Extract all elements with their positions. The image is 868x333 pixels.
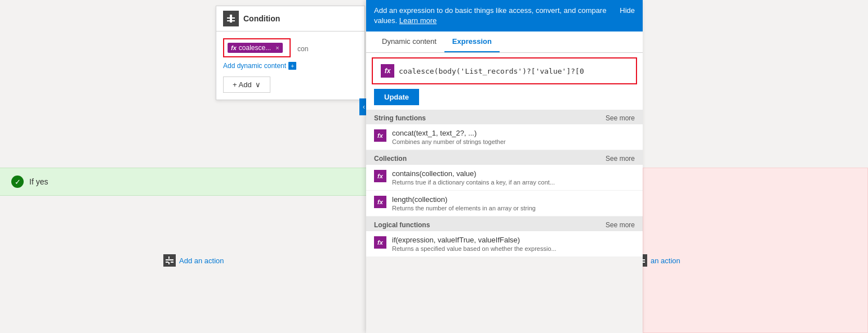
info-bar-text: Add an expression to do basic things lik… — [374, 6, 613, 26]
add-dynamic-label: Add dynamic content — [223, 62, 286, 70]
expression-pill: fx coalesce... × — [228, 43, 283, 53]
update-button[interactable]: Update — [374, 89, 419, 105]
see-more-link[interactable]: See more — [606, 221, 635, 229]
add-button-label: + Add — [233, 80, 252, 89]
svg-rect-3 — [232, 20, 235, 21]
function-fx-icon: fx — [374, 129, 386, 142]
con-label: con — [297, 45, 308, 53]
expression-input[interactable] — [399, 67, 628, 75]
canvas-area: Condition fx coalesce... × con Add dynam… — [0, 0, 366, 333]
condition-block: Condition fx coalesce... × con Add dynam… — [216, 6, 365, 100]
condition-block-icon — [223, 11, 239, 26]
add-action-label: Add an action — [179, 256, 224, 265]
if-yes-block: ✓ If yes — [0, 168, 366, 196]
tab-dynamic-content[interactable]: Dynamic content — [374, 32, 444, 52]
add-button-chevron: ∨ — [255, 80, 261, 89]
svg-rect-8 — [171, 262, 173, 263]
fx-label-icon: fx — [381, 64, 394, 78]
function-desc: Returns a specified value based on wheth… — [392, 245, 557, 252]
add-dynamic-link[interactable]: Add dynamic content + — [223, 62, 358, 70]
section-title: Logical functions — [374, 221, 430, 229]
function-name: if(expression, valueIfTrue, valueIfFalse… — [392, 236, 557, 244]
see-more-link[interactable]: See more — [606, 114, 635, 122]
function-fx-icon: fx — [374, 236, 386, 249]
plus-badge-icon: + — [288, 62, 296, 70]
hide-button[interactable]: Hide — [620, 6, 635, 16]
function-name: concat(text_1, text_2?, ...) — [392, 129, 506, 137]
function-name: contains(collection, value) — [392, 169, 555, 178]
expression-pill-container[interactable]: fx coalesce... × — [223, 38, 291, 57]
function-fx-icon: fx — [374, 170, 386, 182]
pill-label: coalesce... — [239, 44, 271, 52]
condition-body: fx coalesce... × con Add dynamic content… — [216, 32, 364, 100]
svg-rect-5 — [168, 256, 170, 259]
see-more-link[interactable]: See more — [606, 155, 635, 163]
right-canvas-area — [643, 168, 868, 333]
section-header: Collection See more — [366, 150, 643, 165]
function-desc: Returns the number of elements in an arr… — [392, 205, 536, 212]
if-yes-label: If yes — [29, 177, 48, 186]
function-desc: Combines any number of strings together — [392, 138, 506, 145]
function-details: length(collection) Returns the number of… — [392, 195, 536, 212]
function-details: if(expression, valueIfTrue, valueIfFalse… — [392, 236, 557, 252]
svg-rect-2 — [227, 20, 230, 21]
svg-rect-4 — [166, 259, 173, 260]
learn-more-link[interactable]: Learn more — [399, 16, 437, 25]
function-desc: Returns true if a dictionary contains a … — [392, 179, 555, 186]
function-item[interactable]: fx contains(collection, value) Returns t… — [366, 165, 643, 191]
condition-title: Condition — [243, 14, 280, 23]
tab-expression[interactable]: Expression — [444, 32, 500, 52]
add-action-canvas-icon — [163, 254, 176, 267]
add-action-right-label: an action — [651, 256, 680, 265]
tabs-row: Dynamic content Expression — [366, 32, 643, 53]
section-header: Logical functions See more — [366, 217, 643, 231]
expression-input-container: fx — [372, 57, 637, 84]
section-header: String functions See more — [366, 110, 643, 124]
pill-fx-icon: fx — [231, 44, 237, 51]
function-item[interactable]: fx if(expression, valueIfTrue, valueIfFa… — [366, 231, 643, 257]
info-bar: Add an expression to do basic things lik… — [366, 0, 643, 32]
svg-rect-7 — [166, 262, 168, 263]
condition-header: Condition — [216, 6, 364, 32]
functions-list: String functions See more fx concat(text… — [366, 110, 643, 333]
function-name: length(collection) — [392, 195, 536, 204]
section-title: String functions — [374, 114, 426, 122]
add-button[interactable]: + Add ∨ — [223, 76, 270, 93]
function-item[interactable]: fx concat(text_1, text_2?, ...) Combines… — [366, 124, 643, 150]
function-fx-icon: fx — [374, 196, 386, 208]
function-details: concat(text_1, text_2?, ...) Combines an… — [392, 129, 506, 145]
add-action-canvas[interactable]: Add an action — [163, 254, 224, 267]
function-details: contains(collection, value) Returns true… — [392, 169, 555, 186]
svg-rect-6 — [168, 262, 170, 264]
section-title: Collection — [374, 155, 407, 163]
pill-close-btn[interactable]: × — [275, 44, 279, 51]
function-item[interactable]: fx length(collection) Returns the number… — [366, 191, 643, 217]
expression-panel: Add an expression to do basic things lik… — [366, 0, 643, 333]
check-circle-icon: ✓ — [11, 176, 24, 188]
